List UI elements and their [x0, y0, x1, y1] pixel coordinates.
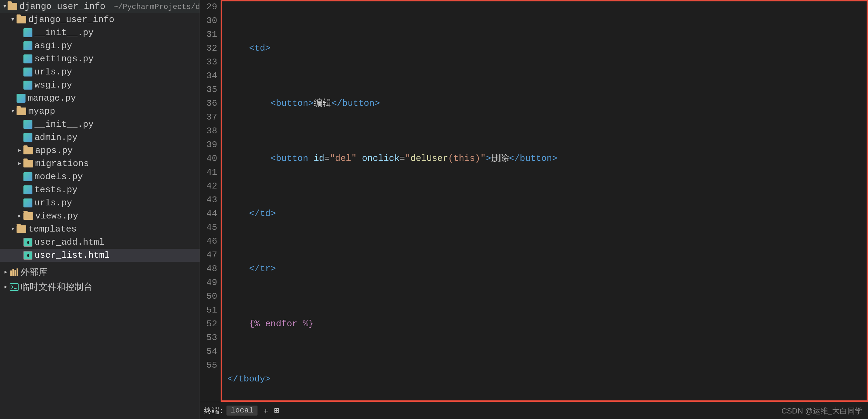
py-file-icon — [23, 185, 32, 194]
sidebar-item-label: settings.py — [34, 54, 94, 64]
sidebar-root-item[interactable]: django_user_info ~/PycharmProjects/djang… — [0, 0, 200, 13]
sidebar-item-label: django_user_info — [28, 14, 114, 25]
py-file-icon — [23, 120, 32, 129]
sidebar-item-label: migrations — [35, 159, 89, 169]
py-file-icon — [23, 28, 32, 37]
sidebar-item-label: __init__.py — [34, 28, 94, 38]
folder-icon — [17, 16, 26, 23]
sidebar-item-label: views.py — [35, 211, 78, 221]
arrow-icon — [10, 226, 16, 232]
sidebar-item-label: myapp — [28, 106, 55, 116]
svg-rect-0 — [10, 270, 12, 276]
folder-icon — [23, 212, 33, 220]
sidebar-item-settings[interactable]: settings.py — [0, 52, 200, 65]
code-container[interactable]: 29 30 31 32 33 34 35 36 37 38 39 40 41 4… — [200, 0, 868, 402]
folder-icon — [8, 3, 17, 10]
root-path: ~/PycharmProjects/django_user_info — [113, 3, 200, 11]
line-numbers: 29 30 31 32 33 34 35 36 37 38 39 40 41 4… — [200, 0, 224, 402]
sidebar-item-asgi[interactable]: asgi.py — [0, 39, 200, 52]
sidebar-item-label: admin.py — [34, 132, 78, 143]
sidebar-item-urls-pkg[interactable]: urls.py — [0, 65, 200, 79]
sidebar-item-label: models.py — [34, 172, 83, 182]
html-file-icon: H — [23, 251, 32, 260]
code-line-33: </tr> — [228, 262, 868, 276]
sidebar-item-label: 外部库 — [21, 266, 48, 278]
sidebar-item-admin[interactable]: admin.py — [0, 131, 200, 144]
svg-rect-4 — [10, 284, 18, 290]
code-line-31: <button id="del" onclick="delUser(this)"… — [228, 152, 868, 165]
sidebar-item-init[interactable]: __init__.py — [0, 26, 200, 39]
arrow-icon — [3, 284, 9, 290]
arrow-icon — [10, 108, 16, 114]
terminal-bar[interactable]: 终端: local ＋ ⊞ — [200, 402, 868, 419]
code-line-29: <td> — [228, 41, 868, 55]
py-file-icon — [23, 41, 32, 50]
sidebar-item-label: manage.py — [28, 93, 76, 103]
watermark: CSDN @运维_大白同学 — [781, 406, 862, 416]
sidebar-item-label: wsgi.py — [34, 80, 72, 90]
py-file-icon — [23, 54, 32, 63]
sidebar-item-migrations[interactable]: migrations — [0, 157, 200, 170]
folder-icon — [23, 160, 33, 167]
code-line-32: </td> — [228, 207, 868, 221]
sidebar-item-label: asgi.py — [34, 41, 72, 51]
library-icon — [10, 268, 19, 277]
sidebar-item-label: templates — [28, 224, 77, 234]
py-file-icon — [23, 172, 32, 181]
sidebar-item-label: user_list.html — [34, 250, 110, 260]
folder-icon — [23, 147, 33, 154]
sidebar-item-urls-myapp[interactable]: urls.py — [0, 196, 200, 210]
sidebar-item-label: urls.py — [34, 67, 72, 77]
sidebar-item-templates[interactable]: templates — [0, 223, 200, 236]
py-file-icon — [23, 133, 32, 142]
html-file-icon: H — [23, 238, 32, 247]
code-line-35: </tbody> — [228, 372, 868, 386]
sidebar-item-user-list[interactable]: H user_list.html — [0, 249, 200, 262]
split-terminal-icon[interactable]: ⊞ — [274, 406, 279, 416]
code-line-30: <button>编辑</button> — [228, 96, 868, 110]
py-file-icon — [23, 198, 32, 207]
py-file-icon — [23, 81, 32, 90]
sidebar-item-models[interactable]: models.py — [0, 170, 200, 183]
arrow-icon — [17, 147, 23, 154]
add-terminal-icon[interactable]: ＋ — [262, 405, 270, 416]
sidebar-item-apps[interactable]: apps.py — [0, 144, 200, 157]
sidebar-item-label: user_add.html — [34, 237, 104, 247]
sidebar-item-tests[interactable]: tests.py — [0, 183, 200, 196]
terminal-icon — [10, 283, 19, 292]
sidebar-item-myapp[interactable]: myapp — [0, 105, 200, 118]
terminal-label: 终端: — [204, 406, 224, 416]
root-folder-label: django_user_info — [19, 1, 105, 12]
sidebar-item-label: apps.py — [35, 145, 73, 156]
code-line-34: {% endfor %} — [228, 317, 868, 331]
arrow-icon — [3, 269, 9, 275]
sidebar-item-init-myapp[interactable]: __init__.py — [0, 118, 200, 131]
arrow-icon — [3, 3, 7, 10]
sidebar-item-temp-files[interactable]: 临时文件和控制台 — [0, 279, 200, 294]
sidebar-item-label: __init__.py — [34, 119, 94, 130]
sidebar-item-manage[interactable]: manage.py — [0, 92, 200, 105]
svg-rect-2 — [14, 270, 16, 276]
sidebar-item-external-libs[interactable]: 外部库 — [0, 265, 200, 279]
py-file-icon — [17, 94, 26, 103]
arrow-icon — [17, 213, 23, 219]
sidebar-item-label: urls.py — [34, 198, 72, 208]
sidebar-item-label: tests.py — [34, 185, 78, 195]
file-tree[interactable]: django_user_info ~/PycharmProjects/djang… — [0, 0, 200, 419]
arrow-icon — [17, 161, 23, 167]
sidebar-item-user-add[interactable]: H user_add.html — [0, 236, 200, 249]
code-editor[interactable]: <td> <button>编辑</button> <button id="del… — [224, 0, 868, 402]
editor-area: 29 30 31 32 33 34 35 36 37 38 39 40 41 4… — [200, 0, 868, 419]
arrow-icon — [10, 17, 16, 23]
local-tab[interactable]: local — [226, 406, 258, 416]
svg-rect-3 — [17, 268, 18, 276]
sidebar-item-wsgi[interactable]: wsgi.py — [0, 79, 200, 92]
sidebar-item-views[interactable]: views.py — [0, 210, 200, 223]
svg-rect-1 — [12, 269, 14, 276]
folder-icon — [17, 108, 26, 115]
sidebar-item-label: 临时文件和控制台 — [21, 281, 92, 293]
sidebar-item-django-pkg[interactable]: django_user_info — [0, 13, 200, 26]
py-file-icon — [23, 68, 32, 76]
folder-icon — [17, 225, 26, 233]
